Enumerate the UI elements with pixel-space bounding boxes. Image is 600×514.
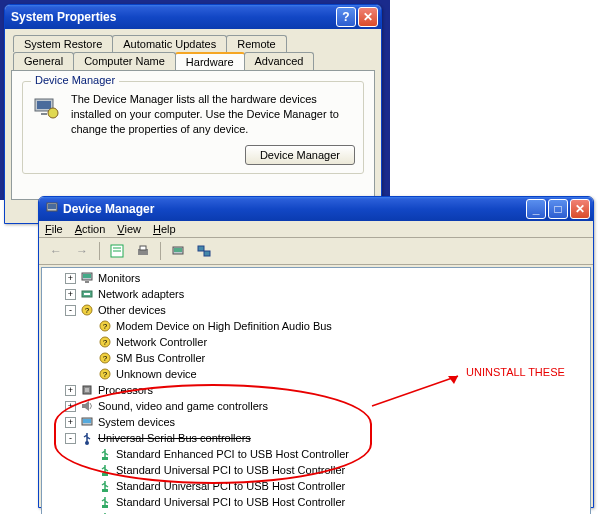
- collapse-icon[interactable]: -: [65, 305, 76, 316]
- device-tree[interactable]: +Monitors+Network adapters-?Other device…: [41, 267, 591, 514]
- svg-rect-39: [102, 505, 108, 508]
- tree-item[interactable]: +Processors: [44, 382, 588, 398]
- tab-remote[interactable]: Remote: [226, 35, 287, 52]
- close-button[interactable]: ✕: [570, 199, 590, 219]
- system-properties-window: System Properties ? ✕ System Restore Aut…: [4, 4, 382, 224]
- tree-item[interactable]: ?Modem Device on High Definition Audio B…: [44, 318, 588, 334]
- svg-rect-34: [83, 419, 91, 423]
- group-text: The Device Manager lists all the hardwar…: [71, 92, 355, 137]
- tab-automatic-updates[interactable]: Automatic Updates: [112, 35, 227, 52]
- tab-content: Device Manager The Device Manager lists …: [11, 70, 375, 200]
- tree-item[interactable]: Standard Universal PCI to USB Host Contr…: [44, 510, 588, 514]
- network-icon: [79, 287, 95, 301]
- svg-point-3: [48, 108, 58, 118]
- tab-computer-name[interactable]: Computer Name: [73, 52, 176, 70]
- device-manager-icon: [31, 92, 61, 124]
- properties-icon[interactable]: [106, 241, 128, 261]
- tree-item[interactable]: -Universal Serial Bus controllers: [44, 430, 588, 446]
- titlebar[interactable]: System Properties ? ✕: [5, 5, 381, 29]
- menubar: File Action View Help: [39, 221, 593, 238]
- svg-rect-17: [85, 281, 89, 283]
- tab-advanced[interactable]: Advanced: [244, 52, 315, 70]
- annotation-label: UNINSTALL THESE: [466, 366, 565, 378]
- maximize-button[interactable]: □: [548, 199, 568, 219]
- close-button[interactable]: ✕: [358, 7, 378, 27]
- tree-item[interactable]: +Monitors: [44, 270, 588, 286]
- menu-help[interactable]: Help: [153, 223, 176, 235]
- tree-item[interactable]: Standard Universal PCI to USB Host Contr…: [44, 478, 588, 494]
- warn-icon: ?: [97, 335, 113, 349]
- svg-rect-10: [140, 246, 146, 250]
- device-manager-group: Device Manager The Device Manager lists …: [22, 81, 364, 174]
- tree-item[interactable]: +System devices: [44, 414, 588, 430]
- tree-item-label: Standard Enhanced PCI to USB Host Contro…: [116, 448, 349, 460]
- tree-item[interactable]: Standard Enhanced PCI to USB Host Contro…: [44, 446, 588, 462]
- menu-view[interactable]: View: [117, 223, 141, 235]
- tab-hardware[interactable]: Hardware: [175, 52, 245, 70]
- tree-item-label: Unknown device: [116, 368, 197, 380]
- tree-item-label: Network Controller: [116, 336, 207, 348]
- tree-item-label: Monitors: [98, 272, 140, 284]
- tree-item-label: Modem Device on High Definition Audio Bu…: [116, 320, 332, 332]
- svg-rect-31: [85, 388, 89, 392]
- tree-item[interactable]: ?SM Bus Controller: [44, 350, 588, 366]
- tree-item-label: Processors: [98, 384, 153, 396]
- tree-item-label: Standard Universal PCI to USB Host Contr…: [116, 480, 345, 492]
- tree-item-label: Network adapters: [98, 288, 184, 300]
- tree-item[interactable]: +Network adapters: [44, 286, 588, 302]
- forward-button[interactable]: →: [71, 241, 93, 261]
- tree-item[interactable]: +Sound, video and game controllers: [44, 398, 588, 414]
- menu-action[interactable]: Action: [75, 223, 106, 235]
- sound-icon: [79, 399, 95, 413]
- minimize-button[interactable]: _: [526, 199, 546, 219]
- svg-text:?: ?: [103, 338, 108, 347]
- collapse-icon[interactable]: -: [65, 433, 76, 444]
- usb-ctrl-icon: [97, 495, 113, 509]
- svg-rect-13: [198, 246, 204, 251]
- expand-icon[interactable]: +: [65, 385, 76, 396]
- warn-icon: ?: [97, 351, 113, 365]
- expand-icon[interactable]: +: [65, 401, 76, 412]
- svg-rect-38: [102, 489, 108, 492]
- group-title: Device Manager: [31, 74, 119, 86]
- svg-rect-37: [102, 473, 108, 476]
- expand-icon[interactable]: +: [65, 273, 76, 284]
- device-manager-window: Device Manager _ □ ✕ File Action View He…: [38, 196, 594, 508]
- expand-icon[interactable]: +: [65, 289, 76, 300]
- window-title: Device Manager: [63, 202, 526, 216]
- svg-rect-16: [83, 274, 91, 278]
- tree-item-label: System devices: [98, 416, 175, 428]
- warn-icon: ?: [97, 319, 113, 333]
- tree-item-label: Sound, video and game controllers: [98, 400, 268, 412]
- tree-item-label: SM Bus Controller: [116, 352, 205, 364]
- tree-item[interactable]: Standard Universal PCI to USB Host Contr…: [44, 462, 588, 478]
- expand-icon[interactable]: +: [65, 417, 76, 428]
- titlebar[interactable]: Device Manager _ □ ✕: [39, 197, 593, 221]
- tree-item-label: Other devices: [98, 304, 166, 316]
- tree-item-label: Standard Universal PCI to USB Host Contr…: [116, 496, 345, 508]
- usb-ctrl-icon: [97, 479, 113, 493]
- tree-item[interactable]: ?Network Controller: [44, 334, 588, 350]
- back-button[interactable]: ←: [45, 241, 67, 261]
- app-icon: [45, 201, 59, 217]
- monitor-icon: [79, 271, 95, 285]
- usb-icon: [79, 431, 95, 445]
- cpu-icon: [79, 383, 95, 397]
- tree-item[interactable]: -?Other devices: [44, 302, 588, 318]
- tab-general[interactable]: General: [13, 52, 74, 70]
- usb-ctrl-icon: [97, 447, 113, 461]
- device-manager-button[interactable]: Device Manager: [245, 145, 355, 165]
- svg-text:?: ?: [103, 354, 108, 363]
- svg-text:?: ?: [103, 322, 108, 331]
- refresh-icon[interactable]: [193, 241, 215, 261]
- svg-text:?: ?: [103, 370, 108, 379]
- menu-file[interactable]: File: [45, 223, 63, 235]
- print-icon[interactable]: [132, 241, 154, 261]
- svg-rect-36: [102, 457, 108, 460]
- svg-rect-14: [204, 251, 210, 256]
- tree-item[interactable]: Standard Universal PCI to USB Host Contr…: [44, 494, 588, 510]
- help-button[interactable]: ?: [336, 7, 356, 27]
- scan-icon[interactable]: [167, 241, 189, 261]
- tab-system-restore[interactable]: System Restore: [13, 35, 113, 52]
- svg-rect-2: [41, 113, 47, 115]
